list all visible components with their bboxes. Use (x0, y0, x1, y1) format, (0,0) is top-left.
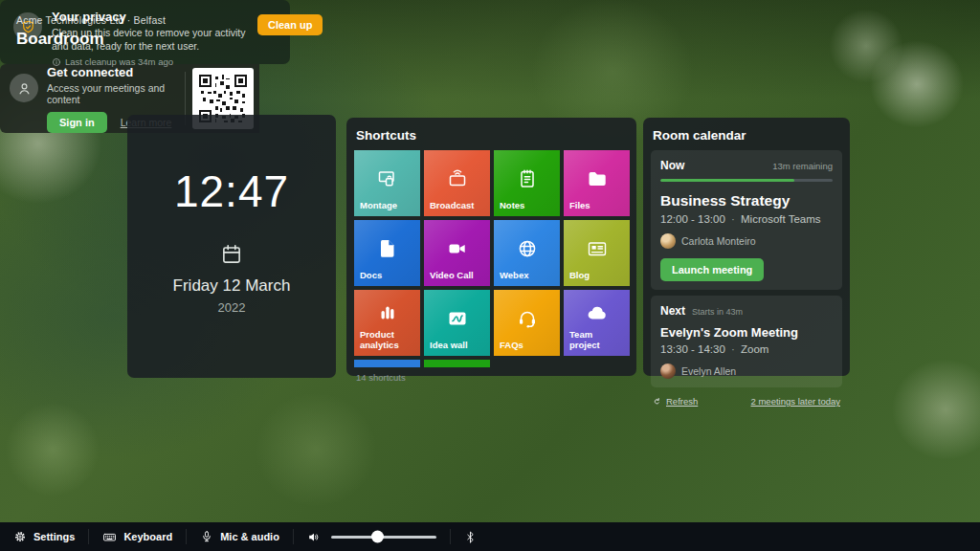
room-name: Boardroom (16, 30, 166, 49)
whiteboard-icon (443, 301, 472, 330)
now-label: Now (660, 159, 684, 172)
mic-audio-button[interactable]: Mic & audio (187, 522, 293, 551)
organizer-name: Carlota Monteiro (681, 235, 756, 247)
current-meeting-card[interactable]: Now 13m remaining Business Strategy 12:0… (651, 150, 842, 290)
meeting-separator: · (731, 343, 735, 355)
shortcut-tile-partial[interactable] (354, 360, 420, 367)
shortcut-tile-blog[interactable]: Blog (564, 220, 630, 286)
refresh-icon (653, 397, 662, 407)
clock-year: 2022 (218, 300, 246, 315)
shortcut-tile-docs[interactable]: Docs (354, 220, 420, 286)
organizer-avatar (660, 233, 676, 249)
shortcut-tile-partial[interactable] (424, 360, 490, 367)
launch-meeting-button[interactable]: Launch meeting (660, 258, 764, 281)
shortcut-label: Broadcast (424, 201, 490, 216)
bluetooth-button[interactable] (451, 522, 490, 551)
shortcut-label: Files (564, 201, 630, 216)
shortcut-label: Webex (494, 271, 560, 286)
meeting-platform: Microsoft Teams (741, 213, 821, 225)
meeting-organizer: Evelyn Allen (660, 364, 833, 379)
shortcut-label: Montage (354, 201, 420, 216)
more-meetings-link[interactable]: 2 meetings later today (751, 396, 840, 407)
shortcut-tile-montage[interactable]: Montage (354, 150, 420, 216)
shortcut-tile-webex[interactable]: Webex (494, 220, 560, 286)
breadcrumb: Acme Technologies Ltd · Belfast (16, 14, 166, 26)
speaker-icon (307, 530, 322, 544)
shortcut-tile-files[interactable]: Files (564, 150, 630, 216)
header: Acme Technologies Ltd · Belfast Boardroo… (16, 14, 166, 49)
keyboard-icon (102, 530, 117, 544)
globe-icon (513, 231, 542, 260)
bar-chart-icon (373, 296, 402, 324)
taskbar: Settings Keyboard Mic & audio (0, 522, 980, 551)
shortcut-tile-video-call[interactable]: Video Call (424, 220, 490, 286)
shortcut-label: Notes (494, 201, 560, 216)
location-name: Belfast (134, 14, 167, 26)
newspaper-icon (583, 231, 612, 260)
meeting-time: 13:30 - 14:30 · Zoom (660, 343, 833, 355)
next-label: Next (660, 304, 685, 318)
keyboard-button[interactable]: Keyboard (89, 522, 186, 551)
shortcut-tile-broadcast[interactable]: Broadcast (424, 150, 490, 216)
time-remaining: 13m remaining (772, 161, 833, 171)
notes-icon (513, 162, 542, 190)
volume-slider[interactable] (331, 536, 436, 539)
organizer-avatar (660, 364, 676, 379)
keyboard-label: Keyboard (123, 531, 172, 542)
shortcut-label: FAQs (494, 341, 560, 356)
meeting-title: Business Strategy (660, 192, 833, 209)
volume-thumb[interactable] (371, 531, 384, 543)
settings-button[interactable]: Settings (0, 522, 88, 551)
shortcut-label: Team project (564, 330, 630, 356)
shortcuts-grid: Montage Broadcast Notes (354, 150, 629, 356)
meeting-organizer: Carlota Monteiro (660, 233, 833, 249)
shortcut-tile-faqs[interactable]: FAQs (494, 290, 560, 356)
shortcut-tile-product-analytics[interactable]: Product analytics (354, 290, 420, 356)
company-name: Acme Technologies Ltd (16, 14, 124, 26)
shortcut-label: Docs (354, 271, 420, 286)
connect-title: Get connected (47, 65, 178, 79)
document-icon (373, 231, 402, 260)
meeting-progress-bar (660, 179, 833, 182)
meeting-time: 12:00 - 13:00 · Microsoft Teams (660, 213, 833, 225)
video-camera-icon (443, 231, 472, 260)
shortcut-tile-notes[interactable]: Notes (494, 150, 560, 216)
meeting-title: Evelyn's Zoom Meeting (660, 325, 833, 340)
shortcut-label: Blog (564, 271, 630, 286)
shortcuts-panel: Shortcuts Montage Broadcast (346, 118, 636, 376)
settings-label: Settings (33, 531, 75, 542)
home-screen: Acme Technologies Ltd · Belfast Boardroo… (0, 0, 980, 551)
shortcut-label: Product analytics (354, 330, 420, 356)
person-icon (10, 74, 38, 102)
shortcut-tile-idea-wall[interactable]: Idea wall (424, 290, 490, 356)
volume-control (294, 522, 450, 551)
folder-icon (583, 162, 612, 190)
montage-icon (373, 162, 402, 190)
clean-up-button[interactable]: Clean up (257, 14, 323, 35)
clock-date: Friday 12 March (173, 276, 291, 296)
organizer-name: Evelyn Allen (681, 365, 736, 377)
calendar-icon (219, 242, 244, 267)
shortcut-label: Video Call (424, 271, 490, 286)
mic-audio-label: Mic & audio (220, 531, 279, 542)
clock-panel: 12:47 Friday 12 March 2022 (127, 115, 336, 378)
refresh-link[interactable]: Refresh (653, 396, 698, 407)
clock-time: 12:47 (174, 165, 289, 217)
sign-in-button[interactable]: Sign in (47, 112, 107, 133)
refresh-label: Refresh (666, 396, 698, 407)
cloud-icon (583, 296, 612, 324)
shortcut-tile-team-project[interactable]: Team project (564, 290, 630, 356)
shortcuts-next-row-peek (354, 360, 629, 367)
room-calendar-title: Room calendar (653, 128, 842, 143)
meeting-platform: Zoom (741, 343, 768, 355)
connect-subtitle: Access your meetings and content (47, 82, 178, 105)
next-starts-in: Starts in 43m (692, 307, 743, 317)
microphone-icon (200, 530, 213, 543)
user-silhouette-icon (16, 80, 33, 97)
shortcuts-title: Shortcuts (356, 128, 629, 143)
meeting-progress-fill (660, 179, 794, 182)
bluetooth-icon (464, 530, 477, 544)
next-meeting-card[interactable]: Next Starts in 43m Evelyn's Zoom Meeting… (651, 296, 842, 387)
gear-icon (13, 530, 27, 543)
room-calendar-panel: Room calendar Now 13m remaining Business… (643, 118, 850, 376)
